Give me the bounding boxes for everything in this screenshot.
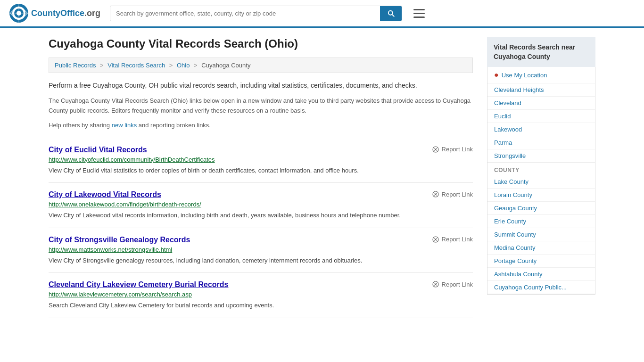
result-url[interactable]: http://www.mattsonworks.net/strongsville… [49, 246, 473, 253]
menu-button[interactable] [412, 7, 427, 20]
result-title[interactable]: City of Lakewood Vital Records [49, 190, 161, 199]
result-card: Cleveland City Lakeview Cemetery Burial … [49, 273, 473, 318]
logo-icon [9, 4, 28, 23]
sidebar-city-link[interactable]: Strongsville [487, 149, 595, 163]
result-desc: View City of Strongsville genealogy reso… [49, 256, 473, 265]
result-header: City of Strongsville Genealogy Records R… [49, 236, 473, 244]
sidebar-counties: Lake CountyLorain CountyGeauga CountyEri… [487, 175, 595, 281]
sidebar-city-link[interactable]: Lakewood [487, 123, 595, 136]
report-label: Report Link [442, 281, 473, 288]
breadcrumb: Public Records > Vital Records Search > … [49, 58, 473, 73]
breadcrumb-ohio[interactable]: Ohio [177, 62, 190, 69]
sidebar-county-link[interactable]: Ashtabula County [487, 268, 595, 281]
result-card: City of Lakewood Vital Records Report Li… [49, 183, 473, 228]
result-url[interactable]: http://www.onelakewood.com/findget/birth… [49, 201, 473, 208]
result-url[interactable]: http://www.lakeviewcemetery.com/search/s… [49, 291, 473, 298]
report-label: Report Link [442, 191, 473, 198]
report-icon [432, 190, 439, 198]
report-icon [432, 236, 439, 243]
result-title[interactable]: City of Strongsville Genealogy Records [49, 236, 190, 244]
sidebar-county-link[interactable]: Medina County [487, 241, 595, 255]
sidebar-county-link[interactable]: Portage County [487, 255, 595, 268]
result-url[interactable]: http://www.cityofeuclid.com/community/Bi… [49, 156, 473, 163]
report-link[interactable]: Report Link [432, 146, 473, 153]
description-2: The Cuyahoga County Vital Records Search… [49, 96, 473, 116]
result-header: City of Euclid Vital Records Report Link [49, 146, 473, 154]
breadcrumb-current: Cuyahoga County [201, 62, 250, 69]
menu-line [413, 13, 425, 14]
location-pin-icon: ● [494, 71, 499, 79]
breadcrumb-sep: > [169, 62, 173, 69]
page-title: Cuyahoga County Vital Records Search (Oh… [49, 37, 473, 50]
sidebar-county-link[interactable]: Geauga County [487, 202, 595, 215]
sidebar-city-link[interactable]: Cleveland [487, 97, 595, 110]
sidebar-county-link[interactable]: Lake County [487, 175, 595, 189]
new-links-link[interactable]: new links [112, 122, 137, 129]
sidebar-more-link[interactable]: Cuyahoga County Public... [487, 281, 595, 294]
report-label: Report Link [442, 236, 473, 243]
report-link[interactable]: Report Link [432, 236, 473, 243]
sidebar-title: Vital Records Search near Cuyahoga Count… [487, 37, 595, 67]
report-icon [432, 280, 439, 288]
results-list: City of Euclid Vital Records Report Link… [49, 138, 473, 318]
sidebar-city-link[interactable]: Cleveland Heights [487, 83, 595, 97]
sidebar: Vital Records Search near Cuyahoga Count… [487, 37, 595, 318]
use-location-link[interactable]: Use My Location [502, 72, 547, 79]
menu-line [413, 9, 425, 10]
report-icon [432, 146, 439, 153]
sidebar-county-link[interactable]: Erie County [487, 215, 595, 228]
result-header: Cleveland City Lakeview Cemetery Burial … [49, 280, 473, 289]
sidebar-county-link[interactable]: Summit County [487, 228, 595, 241]
sidebar-city-link[interactable]: Euclid [487, 110, 595, 123]
report-link[interactable]: Report Link [432, 280, 473, 288]
use-location[interactable]: ● Use My Location [487, 67, 595, 83]
report-link[interactable]: Report Link [432, 190, 473, 198]
result-desc: View City of Euclid vital statistics to … [49, 166, 473, 175]
search-button[interactable] [380, 6, 402, 21]
result-desc: Search Cleveland City Lakeview Cemetery … [49, 301, 473, 310]
result-title[interactable]: City of Euclid Vital Records [49, 146, 147, 154]
breadcrumb-sep: > [100, 62, 104, 69]
sidebar-content: ● Use My Location Cleveland HeightsCleve… [487, 67, 595, 295]
search-bar [110, 6, 402, 21]
breadcrumb-vital-records[interactable]: Vital Records Search [107, 62, 165, 69]
result-desc: View City of Lakewood vital records info… [49, 211, 473, 220]
search-icon [387, 9, 395, 17]
sidebar-cities: Cleveland HeightsClevelandEuclidLakewood… [487, 83, 595, 163]
report-label: Report Link [442, 146, 473, 153]
sidebar-county-link[interactable]: Lorain County [487, 189, 595, 202]
description-1: Perform a free Cuyahoga County, OH publi… [49, 81, 473, 90]
description-3: Help others by sharing new links and rep… [49, 122, 473, 129]
breadcrumb-sep: > [194, 62, 198, 69]
result-card: City of Strongsville Genealogy Records R… [49, 228, 473, 273]
search-input[interactable] [110, 6, 380, 21]
result-title[interactable]: Cleveland City Lakeview Cemetery Burial … [49, 280, 229, 289]
sidebar-city-link[interactable]: Parma [487, 136, 595, 149]
menu-line [413, 16, 425, 18]
breadcrumb-public-records[interactable]: Public Records [55, 62, 96, 69]
sidebar-county-header: County [487, 163, 595, 175]
logo[interactable]: CountyOffice.org [9, 4, 100, 23]
result-card: City of Euclid Vital Records Report Link… [49, 138, 473, 183]
result-header: City of Lakewood Vital Records Report Li… [49, 190, 473, 199]
logo-text: CountyOffice.org [31, 8, 100, 18]
